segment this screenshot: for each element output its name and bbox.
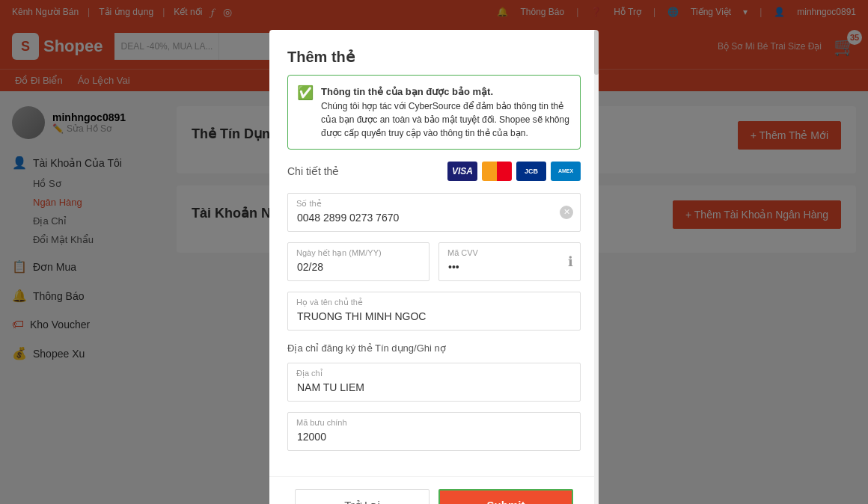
cardholder-name-input[interactable] [287,292,581,331]
security-notice: ✅ Thông tin thẻ của bạn được bảo mật. Ch… [287,75,581,150]
modal-title: Thêm thẻ [287,48,355,66]
modal-header: Thêm thẻ [269,30,599,75]
postal-group: Mã bưu chính [287,412,581,451]
jcb-logo: JCB [516,162,546,181]
postal-input[interactable] [287,412,581,451]
modal-overlay: Thêm thẻ ✅ Thông tin thẻ của bạn được bả… [0,0,868,504]
modal-footer: Trở Lại Submit [269,476,599,505]
shield-icon: ✅ [297,84,314,140]
address-group: Địa chỉ [287,363,581,402]
address-section-label: Địa chỉ đăng ký thẻ Tín dụng/Ghi nợ [287,342,581,354]
amex-logo: AMEX [551,162,581,181]
visa-logo: VISA [447,162,477,181]
modal-scrollbar [594,30,599,504]
card-detail-header: Chi tiết thẻ VISA JCB AMEX [287,162,581,181]
cardholder-name-group: Họ và tên chủ thẻ [287,292,581,331]
address-input[interactable] [287,363,581,402]
card-detail-label: Chi tiết thẻ [287,165,339,177]
card-logos: VISA JCB AMEX [447,162,581,181]
card-number-input[interactable] [287,193,581,232]
cvv-help-icon[interactable]: ℹ [568,253,573,270]
modal-body: Chi tiết thẻ VISA JCB AMEX Số thẻ ✕ Ngày… [269,162,599,476]
submit-button[interactable]: Submit [438,489,573,505]
back-button[interactable]: Trở Lại [295,489,430,505]
expiry-cvv-row: Ngày hết hạn (MM/YY) Mã CVV ℹ [287,242,581,292]
security-desc: Chúng tôi hợp tác với CyberSource để đảm… [321,101,569,138]
card-number-group: Số thẻ ✕ [287,193,581,232]
mastercard-logo [482,162,512,181]
add-card-modal: Thêm thẻ ✅ Thông tin thẻ của bạn được bả… [269,30,599,504]
expiry-group: Ngày hết hạn (MM/YY) [287,242,430,281]
card-number-clear-button[interactable]: ✕ [560,206,573,219]
modal-scrollbar-thumb [594,30,599,75]
expiry-input[interactable] [287,242,430,281]
cvv-input[interactable] [438,242,581,281]
security-text-block: Thông tin thẻ của bạn được bảo mật. Chún… [321,84,571,140]
security-title: Thông tin thẻ của bạn được bảo mật. [321,86,493,97]
cvv-group: Mã CVV ℹ [438,242,581,281]
